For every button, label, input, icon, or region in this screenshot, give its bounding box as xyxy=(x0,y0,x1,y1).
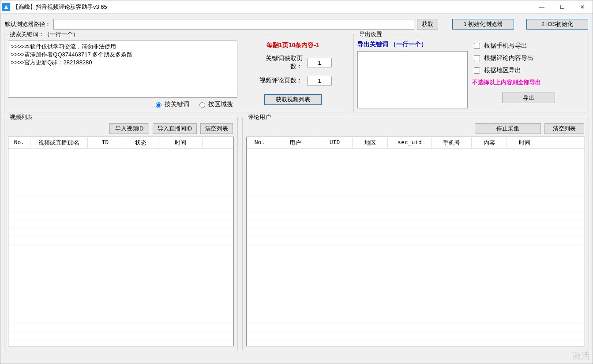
clear-video-list-button[interactable]: 清空列表 xyxy=(200,123,233,134)
middle-row: 搜索关键词：（一行一个） 按关键词 按区域搜 xyxy=(4,34,589,112)
clear-comment-list-button[interactable]: 清空列表 xyxy=(544,123,584,134)
column-header[interactable]: No. xyxy=(247,137,273,149)
paging-tip: 每翻1页10条内容-1 xyxy=(266,41,319,49)
kw-pages-label: 关键词获取页数： xyxy=(254,55,303,71)
watermark-text: 激活 xyxy=(572,350,590,362)
column-header[interactable]: 状态 xyxy=(123,137,158,149)
column-header[interactable]: 内容 xyxy=(472,137,507,149)
bottom-row: 视频列表 导入视频ID 导入直播间ID 清空列表 No.视频或直播ID名ID状态… xyxy=(4,117,589,350)
comment-list-legend: 评论用户 xyxy=(246,113,273,121)
client-area: 默认浏览器路径： 获取 1 初始化浏览器 2 IOS初始化 搜索关键词：（一行一… xyxy=(0,14,593,364)
column-header[interactable]: ID xyxy=(88,137,123,149)
comment-listview[interactable]: No.用户UID地区sec_uid手机号内容时间 xyxy=(246,137,585,346)
video-listview[interactable]: No.视频或直播ID名ID状态时间 xyxy=(8,137,234,346)
video-list-header: No.视频或直播ID名ID状态时间 xyxy=(8,137,233,149)
app-window: 【巅峰】抖音视频评论获客助手v3.65 — ☐ ✕ 默认浏览器路径： 获取 1 … xyxy=(0,0,593,364)
browser-path-label: 默认浏览器路径： xyxy=(5,20,51,28)
cb-by-content[interactable]: 根据评论内容导出 xyxy=(472,54,585,63)
column-header[interactable]: 地区 xyxy=(353,137,388,149)
comment-pages-input[interactable] xyxy=(307,76,332,85)
export-kw-label: 导出关键词 （一行一个） xyxy=(357,41,468,48)
comment-list-body xyxy=(247,149,585,346)
video-list-body xyxy=(8,149,233,346)
fetch-video-list-button[interactable]: 获取视频列表 xyxy=(264,94,322,105)
minimize-button[interactable]: — xyxy=(532,0,552,14)
export-group: 导出设置 导出关键词 （一行一个） 根据手机号导出 根据评论内容导出 xyxy=(353,34,589,112)
radio-by-region[interactable]: 按区域搜 xyxy=(197,100,233,108)
svg-marker-0 xyxy=(4,5,8,9)
init-browser-button[interactable]: 1 初始化浏览器 xyxy=(452,19,514,30)
column-header[interactable]: No. xyxy=(8,137,30,149)
cb-by-region[interactable]: 根据地区导出 xyxy=(472,66,585,75)
column-header[interactable]: sec_uid xyxy=(388,137,432,149)
import-video-id-button[interactable]: 导入视频ID xyxy=(109,123,149,134)
comment-list-header: No.用户UID地区sec_uid手机号内容时间 xyxy=(247,137,585,149)
cb-by-region-input[interactable] xyxy=(474,67,480,74)
window-title: 【巅峰】抖音视频评论获客助手v3.65 xyxy=(13,3,107,11)
stop-collect-button[interactable]: 停止采集 xyxy=(475,123,541,134)
browser-path-input[interactable] xyxy=(53,19,414,30)
column-header[interactable]: 视频或直播ID名 xyxy=(30,137,88,149)
export-keyword-textarea[interactable] xyxy=(357,51,468,108)
export-button[interactable]: 导出 xyxy=(502,93,555,103)
column-header[interactable]: 时间 xyxy=(507,137,542,149)
radio-by-keyword-input[interactable] xyxy=(156,102,161,108)
cb-by-content-input[interactable] xyxy=(474,55,480,61)
keyword-textarea[interactable] xyxy=(8,41,237,98)
search-group: 搜索关键词：（一行一个） 按关键词 按区域搜 xyxy=(4,34,348,112)
video-list-group: 视频列表 导入视频ID 导入直播间ID 清空列表 No.视频或直播ID名ID状态… xyxy=(4,117,238,350)
search-legend: 搜索关键词：（一行一个） xyxy=(8,30,80,38)
column-header[interactable]: 手机号 xyxy=(432,137,472,149)
comment-list-group: 评论用户 停止采集 清空列表 No.用户UID地区sec_uid手机号内容时间 xyxy=(242,117,589,350)
app-icon xyxy=(2,3,10,11)
export-legend: 导出设置 xyxy=(357,30,384,38)
column-header[interactable]: 用户 xyxy=(273,137,317,149)
titlebar: 【巅峰】抖音视频评论获客助手v3.65 — ☐ ✕ xyxy=(0,0,593,14)
import-live-id-button[interactable]: 导入直播间ID xyxy=(153,123,197,134)
cb-by-phone[interactable]: 根据手机号导出 xyxy=(472,41,585,50)
radio-by-keyword[interactable]: 按关键词 xyxy=(154,100,189,108)
maximize-button[interactable]: ☐ xyxy=(552,0,572,14)
column-header[interactable]: UID xyxy=(317,137,353,149)
export-tip: 不选择以上内容则全部导出 xyxy=(472,78,585,86)
init-ios-button[interactable]: 2 IOS初始化 xyxy=(526,19,588,30)
close-button[interactable]: ✕ xyxy=(572,0,593,14)
get-path-button[interactable]: 获取 xyxy=(417,19,438,30)
top-toolbar: 默认浏览器路径： 获取 1 初始化浏览器 2 IOS初始化 xyxy=(4,17,589,34)
radio-by-region-input[interactable] xyxy=(199,102,205,108)
column-header[interactable]: 时间 xyxy=(158,137,203,149)
video-list-legend: 视频列表 xyxy=(8,113,34,121)
kw-pages-input[interactable] xyxy=(307,58,332,67)
cb-by-phone-input[interactable] xyxy=(474,43,480,49)
comment-pages-label: 视频评论页数： xyxy=(254,77,303,85)
